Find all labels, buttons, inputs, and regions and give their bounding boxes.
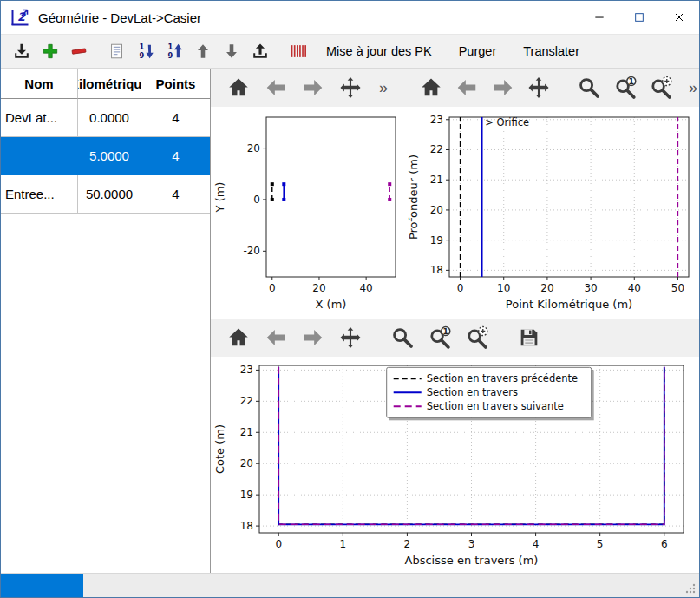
move-up-button[interactable] [191, 39, 215, 63]
titlebar: 2 Géométrie - DevLat->Casier [1, 1, 699, 34]
export-button[interactable] [248, 39, 272, 63]
home-icon [226, 325, 251, 350]
close-icon [672, 10, 686, 24]
save-plot-button[interactable] [515, 324, 543, 352]
home-button[interactable] [418, 74, 444, 102]
home-button[interactable] [225, 324, 252, 352]
pan-icon [338, 325, 363, 350]
column-header-nom[interactable]: Nom [1, 69, 78, 99]
column-header-points[interactable]: Points [141, 69, 211, 99]
plot-canvas-section[interactable]: 0123456181920212223Abscisse en travers (… [211, 357, 699, 573]
sort-descending-button[interactable] [134, 39, 158, 63]
forward-icon [301, 325, 325, 350]
home-button[interactable] [225, 74, 252, 102]
pan-button[interactable] [526, 74, 552, 102]
svg-text:Point Kilométrique (m): Point Kilométrique (m) [506, 298, 632, 311]
save-icon [517, 325, 541, 350]
table-row[interactable]: DevLat... 0.0000 4 [1, 99, 210, 137]
toolbar-overflow-button[interactable]: » [377, 80, 389, 95]
plot-profile-panel: » 01020304050181920212223Point Kilométri… [404, 69, 699, 319]
close-button[interactable] [659, 1, 699, 34]
move-down-icon [222, 42, 241, 61]
pk-stripes-button[interactable] [286, 39, 311, 63]
pan-button[interactable] [337, 324, 364, 352]
svg-text:40: 40 [359, 282, 372, 294]
svg-text:40: 40 [628, 282, 641, 294]
pan-icon [338, 76, 363, 100]
zoom-button[interactable] [576, 74, 602, 102]
cell-points: 4 [141, 99, 211, 137]
plot-profile-toolbar: » [404, 69, 699, 107]
sort-ascending-button[interactable] [162, 39, 186, 63]
remove-button[interactable] [67, 39, 91, 63]
import-button[interactable] [10, 39, 34, 63]
back-button[interactable] [262, 74, 290, 102]
sort-descending-icon [136, 42, 155, 61]
svg-text:6: 6 [661, 538, 668, 550]
forward-button[interactable] [299, 74, 327, 102]
cell-nom: Entree... [1, 175, 78, 214]
cell-points: 4 [141, 137, 211, 175]
plot-xy-panel: » 02040-20020X (m)Y (m) [211, 69, 404, 319]
back-button[interactable] [454, 74, 480, 102]
svg-text:19: 19 [430, 234, 443, 246]
maximize-button[interactable] [619, 1, 659, 34]
main-toolbar: Mise à jour des PK Purger Translater [1, 34, 699, 69]
translater-button[interactable]: Translater [512, 44, 591, 58]
minimize-icon [592, 10, 606, 24]
forward-button[interactable] [490, 74, 516, 102]
sections-table: Nom Kilométrique Points DevLat... 0.0000… [1, 69, 211, 573]
svg-text:Cote (m): Cote (m) [213, 424, 226, 474]
back-button[interactable] [262, 324, 290, 352]
notes-icon [108, 42, 127, 61]
svg-text:Y (m): Y (m) [213, 182, 226, 214]
svg-text:20: 20 [430, 204, 443, 216]
table-row-selected[interactable]: 5.0000 4 [1, 137, 210, 175]
plot-section-toolbar [211, 319, 699, 357]
pan-button[interactable] [337, 74, 364, 102]
plot-canvas-profile[interactable]: 01020304050181920212223Point Kilométriqu… [404, 107, 699, 319]
zoom-region-icon [465, 325, 489, 350]
svg-text:2: 2 [404, 538, 411, 550]
forward-icon [491, 76, 515, 100]
minimize-button[interactable] [579, 1, 619, 34]
pan-icon [527, 76, 551, 100]
zoom-icon [390, 325, 415, 350]
toolbar-overflow-button[interactable]: » [687, 80, 699, 95]
add-icon [41, 42, 60, 61]
column-header-pk[interactable]: Kilométrique [78, 69, 141, 99]
zoom-100-button[interactable] [426, 324, 454, 352]
window: 2 Géométrie - DevLat->Casier Mise à jour… [0, 0, 700, 598]
add-button[interactable] [38, 39, 62, 63]
zoom-button[interactable] [389, 324, 416, 352]
cell-pk: 5.0000 [78, 137, 141, 175]
home-icon [419, 76, 443, 100]
cell-nom: DevLat... [1, 99, 78, 137]
svg-text:0: 0 [269, 282, 276, 294]
zoom-region-button[interactable] [463, 324, 491, 352]
svg-text:20: 20 [247, 142, 260, 154]
update-pk-button[interactable]: Mise à jour des PK [315, 44, 443, 58]
svg-text:Profondeur (m): Profondeur (m) [407, 154, 420, 240]
svg-text:10: 10 [497, 282, 510, 294]
plots-region: » 02040-20020X (m)Y (m) » [211, 69, 699, 573]
svg-text:0: 0 [275, 538, 282, 550]
zoom-100-icon [428, 325, 452, 350]
move-down-button[interactable] [219, 39, 244, 63]
plot-canvas-xy[interactable]: 02040-20020X (m)Y (m) [211, 107, 404, 319]
zoom-region-button[interactable] [648, 74, 674, 102]
svg-text:20: 20 [540, 282, 553, 294]
purger-button[interactable]: Purger [448, 44, 508, 58]
zoom-100-button[interactable] [612, 74, 638, 102]
window-controls [579, 1, 699, 34]
status-bar [1, 573, 699, 597]
table-row[interactable]: Entree... 50.0000 4 [1, 175, 210, 214]
notes-button[interactable] [105, 39, 129, 63]
svg-text:0: 0 [457, 282, 464, 294]
import-icon [12, 42, 31, 61]
status-accent [1, 574, 83, 597]
svg-text:X (m): X (m) [316, 298, 347, 311]
forward-button[interactable] [299, 324, 327, 352]
pk-stripes-icon [289, 42, 308, 61]
resize-grip[interactable] [684, 582, 697, 595]
